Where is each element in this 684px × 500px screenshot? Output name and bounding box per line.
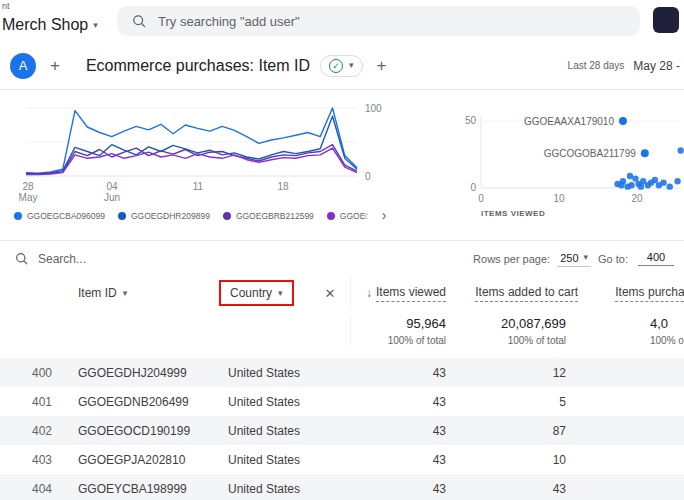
row-number: 400	[0, 366, 60, 380]
table-toolbar: Search... Rows per page: 250 ▾ Go to: 40…	[0, 240, 684, 276]
cell-country: United States	[210, 453, 310, 467]
scatter-x-tick: 20	[631, 193, 643, 204]
date-range-label: Last 28 days	[568, 60, 625, 71]
x-tick: Jun	[104, 192, 120, 203]
legend-item: GGOEGCBA096099	[14, 211, 105, 221]
column-header-items-added-to-cart[interactable]: Items added to cart	[475, 285, 578, 302]
x-tick: May	[19, 192, 38, 203]
chevron-down-icon: ▾	[93, 21, 98, 30]
cell-items-added: 12	[470, 366, 590, 380]
avatar[interactable]: A	[10, 53, 36, 79]
legend-label: GGOEGDHR209899	[131, 211, 210, 221]
table-body: 400 GGOEGDHJ204999 United States 43 12 4…	[0, 358, 684, 500]
table-totals-row: 95,964 100% of total 20,087,699 100% of …	[0, 310, 684, 358]
date-range-picker[interactable]: Last 28 days May 28 -	[568, 59, 682, 73]
report-status-dropdown[interactable]: ✓ ▾	[320, 55, 363, 77]
scatter-x-axis-label: ITEMS VIEWED	[481, 209, 545, 218]
column-header-item-id[interactable]: Item ID ▾	[78, 286, 127, 300]
chevron-down-icon: ▾	[123, 289, 128, 298]
table-row[interactable]: 400 GGOEGDHJ204999 United States 43 12	[0, 358, 684, 387]
y-tick-0: 0	[365, 171, 371, 182]
legend-label: GGOE	[340, 211, 366, 221]
cell-items-viewed: 43	[350, 366, 470, 380]
total-items-viewed: 95,964	[351, 316, 446, 331]
search-icon	[131, 13, 147, 29]
chevron-left-icon[interactable]: ‹	[364, 207, 369, 223]
chevron-down-icon: ▾	[349, 61, 354, 70]
cell-items-viewed: 43	[350, 453, 470, 467]
legend-item: GGOEGBRB212599	[223, 211, 314, 221]
legend-item: GGOE	[327, 211, 366, 221]
remove-dimension-icon[interactable]: ✕	[325, 286, 336, 301]
legend-label: GGOEGCBA096099	[27, 211, 105, 221]
rows-per-page-value: 250	[560, 252, 578, 264]
table-row[interactable]: 402 GGOEGOCD190199 United States 43 87	[0, 416, 684, 445]
scatter-y-tick-0: 0	[470, 182, 476, 193]
table-search-input[interactable]: Search...	[14, 251, 86, 266]
table-row[interactable]: 404 GGOEYCBA198999 United States 43 43	[0, 474, 684, 500]
cell-items-viewed: 43	[350, 482, 470, 496]
chevron-right-icon[interactable]: ›	[382, 207, 387, 223]
add-report-button[interactable]: +	[377, 57, 387, 74]
cell-country: United States	[210, 366, 310, 380]
cell-item-id: GGOEYCBA198999	[60, 482, 210, 496]
cell-country: United States	[210, 424, 310, 438]
x-tick: 18	[277, 181, 289, 192]
analytics-app: nt Merch Shop ▾ Try searching "add user"…	[0, 0, 684, 500]
svg-text:GGOEAAXA179010: GGOEAAXA179010	[524, 116, 614, 127]
cell-country: United States	[210, 395, 310, 409]
svg-text:GGCOGOBA211799: GGCOGOBA211799	[544, 148, 637, 159]
legend-item: GGOEGDHR209899	[118, 211, 210, 221]
scatter-chart: 50 0 0 10 20 ITEMS VIEWED GGOEAAXA179010…	[465, 88, 684, 220]
x-tick: 04	[106, 181, 118, 192]
total-items-added: 20,087,699	[470, 316, 566, 331]
legend-pagination: ‹ ›	[364, 207, 386, 223]
legend-dot	[223, 212, 231, 220]
cell-items-added: 43	[470, 482, 590, 496]
total-items-added-pct: 100% of total	[470, 335, 566, 346]
table-row[interactable]: 403 GGOEGPJA202810 United States 43 10	[0, 445, 684, 474]
chevron-down-icon: ▾	[278, 289, 283, 298]
global-search-input[interactable]: Try searching "add user"	[117, 6, 640, 36]
x-tick: 28	[22, 181, 34, 192]
column-header-country-highlighted[interactable]: Country ▾	[219, 280, 294, 306]
cell-item-id: GGOEGDHJ204999	[60, 366, 210, 380]
cell-country: United States	[210, 482, 310, 496]
property-name: Merch Shop	[2, 16, 88, 34]
goto-page-input[interactable]: 400	[638, 251, 674, 266]
cell-items-viewed: 43	[350, 424, 470, 438]
top-bar: nt Merch Shop ▾ Try searching "add user"	[0, 0, 684, 42]
cell-item-id: GGOEGDNB206499	[60, 395, 210, 409]
total-items-purchased-pct: 100% of	[650, 335, 684, 346]
page-title: Ecommerce purchases: Item ID	[86, 57, 310, 75]
account-breadcrumb-fragment: nt	[2, 1, 10, 11]
scatter-x-tick: 10	[553, 193, 565, 204]
table-header-row: Item ID ▾ Country ▾ ✕ ↓ Items viewed Ite…	[0, 276, 684, 310]
cell-item-id: GGOEGOCD190199	[60, 424, 210, 438]
row-number: 404	[0, 482, 60, 496]
scatter-x-tick: 0	[478, 193, 484, 204]
app-tile-icon[interactable]	[653, 7, 679, 33]
pagination-controls: Rows per page: 250 ▾ Go to: 400	[473, 251, 674, 267]
y-tick-100: 100	[365, 103, 382, 114]
row-number: 401	[0, 395, 60, 409]
scatter-y-tick-50: 50	[465, 115, 476, 126]
column-header-items-viewed[interactable]: ↓ Items viewed	[366, 285, 446, 302]
table-row[interactable]: 401 GGOEGDNB206499 United States 43 5	[0, 387, 684, 416]
property-switcher[interactable]: Merch Shop ▾	[2, 16, 98, 34]
table-search-placeholder: Search...	[38, 252, 86, 266]
total-items-purchased: 4,0	[650, 316, 684, 331]
report-header: A + Ecommerce purchases: Item ID ✓ ▾ + L…	[0, 42, 684, 90]
total-items-viewed-pct: 100% of total	[351, 335, 446, 346]
legend-label: GGOEGBRB212599	[236, 211, 314, 221]
rows-per-page-select[interactable]: 250 ▾	[557, 251, 591, 267]
date-range-value: May 28 -	[633, 59, 680, 73]
row-number: 402	[0, 424, 60, 438]
cell-items-added: 10	[470, 453, 590, 467]
cell-items-added: 87	[470, 424, 590, 438]
legend-dot	[118, 212, 126, 220]
legend-dot	[327, 212, 335, 220]
add-comparison-button[interactable]: +	[50, 57, 60, 74]
x-tick: 11	[193, 181, 204, 192]
column-header-items-purchased[interactable]: Items purchased	[615, 285, 684, 302]
